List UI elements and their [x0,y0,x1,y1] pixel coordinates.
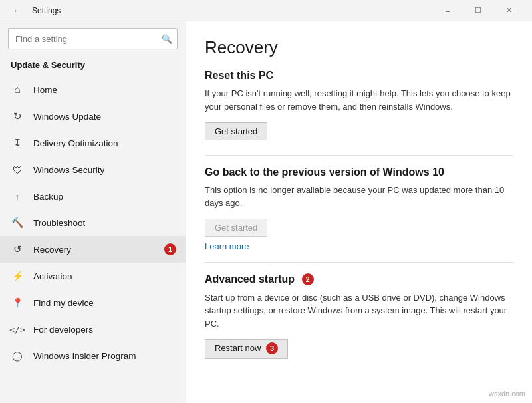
sidebar-section-title: Update & Security [0,56,186,76]
content-area: Recovery Reset this PC If your PC isn't … [186,21,532,403]
maximize-button[interactable]: ☐ [463,0,493,21]
recovery-badge: 1 [164,243,176,255]
sidebar-item-windows-security[interactable]: 🛡 Windows Security [0,156,186,183]
sidebar-label-recovery: Recovery [33,245,71,255]
divider-2 [205,262,513,263]
go-back-desc: This option is no longer available becau… [205,184,511,209]
troubleshoot-icon: 🔨 [11,216,24,229]
advanced-startup-title: Advanced startup 2 [205,273,513,286]
sidebar-item-windows-insider[interactable]: ◯ Windows Insider Program [0,342,186,369]
divider-1 [205,155,513,156]
app-container: 🔍 Update & Security ⌂ Home ↻ Windows Upd… [0,21,532,403]
sidebar-item-recovery[interactable]: ↺ Recovery 1 [0,236,186,263]
go-back-section: Go back to the previous version of Windo… [205,166,513,251]
shield-icon: 🛡 [11,163,24,176]
restart-now-badge: 3 [266,342,278,354]
advanced-startup-badge: 2 [302,273,314,285]
page-title: Recovery [205,37,513,58]
search-area: 🔍 [0,21,186,56]
sidebar: 🔍 Update & Security ⌂ Home ↻ Windows Upd… [0,21,186,403]
home-icon: ⌂ [11,83,24,96]
reset-pc-desc: If your PC isn't running well, resetting… [205,87,511,113]
developers-icon: </> [11,323,24,336]
app-title: Settings [32,6,61,15]
delivery-optimization-icon: ↧ [11,136,24,150]
title-bar: ← Settings – ☐ ✕ [0,0,532,21]
sidebar-label-windows-security: Windows Security [33,165,104,175]
window-controls: – ☐ ✕ [432,0,524,21]
sidebar-label-windows-update: Windows Update [33,112,101,122]
go-back-title: Go back to the previous version of Windo… [205,166,513,178]
windows-update-icon: ↻ [11,110,24,123]
sidebar-item-backup[interactable]: ↑ Backup [0,183,186,209]
sidebar-item-home[interactable]: ⌂ Home [0,76,186,103]
sidebar-label-for-developers: For developers [33,325,93,335]
learn-more-link[interactable]: Learn more [205,241,249,251]
advanced-startup-section: Advanced startup 2 Start up from a devic… [205,273,513,363]
sidebar-label-activation: Activation [33,271,72,281]
advanced-startup-desc: Start up from a device or disc (such as … [205,291,511,331]
sidebar-item-troubleshoot[interactable]: 🔨 Troubleshoot [0,209,186,236]
backup-icon: ↑ [11,190,24,203]
sidebar-label-backup: Backup [33,192,63,202]
reset-pc-title: Reset this PC [205,70,513,82]
sidebar-label-windows-insider: Windows Insider Program [33,351,136,361]
sidebar-item-activation[interactable]: ⚡ Activation [0,263,186,289]
sidebar-label-delivery-optimization: Delivery Optimization [33,138,118,148]
restart-now-button[interactable]: Restart now 3 [205,339,288,359]
insider-icon: ◯ [11,349,24,362]
activation-icon: ⚡ [11,269,24,283]
sidebar-label-home: Home [33,85,57,95]
recovery-icon: ↺ [11,243,24,256]
back-button[interactable]: ← [8,1,27,20]
sidebar-label-find-my-device: Find my device [33,298,94,308]
find-device-icon: 📍 [11,296,24,309]
sidebar-item-windows-update[interactable]: ↻ Windows Update [0,103,186,130]
close-button[interactable]: ✕ [493,0,524,21]
minimize-button[interactable]: – [432,0,463,21]
go-back-button: Get started [205,219,267,237]
sidebar-item-find-my-device[interactable]: 📍 Find my device [0,289,186,316]
sidebar-label-troubleshoot: Troubleshoot [33,218,85,228]
reset-pc-section: Reset this PC If your PC isn't running w… [205,70,513,144]
reset-pc-button[interactable]: Get started [205,122,267,140]
search-input[interactable] [8,28,178,49]
sidebar-item-for-developers[interactable]: </> For developers [0,316,186,342]
sidebar-item-delivery-optimization[interactable]: ↧ Delivery Optimization [0,130,186,156]
